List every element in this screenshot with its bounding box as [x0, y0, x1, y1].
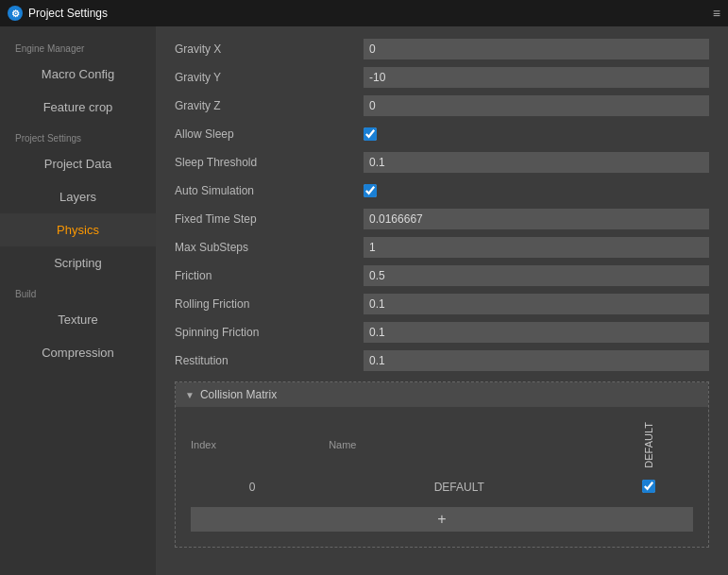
title-bar-left: ⚙ Project Settings	[8, 6, 108, 21]
title-bar: ⚙ Project Settings ≡	[0, 0, 728, 26]
prop-row-rolling-friction: Rolling Friction	[175, 293, 709, 315]
prop-input-gravity-z[interactable]	[364, 95, 709, 116]
matrix-checkbox-default[interactable]	[642, 480, 655, 493]
matrix-cell-index: 0	[183, 476, 321, 499]
engine-manager-label: Engine Manager	[0, 34, 156, 58]
menu-icon[interactable]: ≡	[713, 6, 720, 21]
prop-input-gravity-y[interactable]	[364, 67, 709, 88]
prop-input-rolling-friction[interactable]	[364, 294, 709, 314]
prop-row-fixed-time-step: Fixed Time Step	[175, 208, 709, 230]
prop-label-sleep-threshold: Sleep Threshold	[175, 156, 364, 169]
prop-input-spinning-friction[interactable]	[364, 322, 709, 343]
properties-container: Gravity XGravity YGravity ZAllow SleepSl…	[175, 38, 709, 372]
prop-input-friction[interactable]	[364, 265, 709, 286]
prop-checkbox-auto-simulation[interactable]	[364, 184, 377, 197]
col-name-header: Name	[321, 414, 597, 476]
collapse-arrow-icon: ▼	[185, 390, 195, 400]
prop-row-sleep-threshold: Sleep Threshold	[175, 151, 709, 174]
sidebar-item-texture[interactable]: Texture	[0, 303, 156, 336]
sidebar: Engine Manager Macro Config Feature crop…	[0, 26, 156, 575]
matrix-cell-name: DEFAULT	[321, 476, 597, 499]
prop-row-restitution: Restitution	[175, 349, 709, 372]
main-layout: Engine Manager Macro Config Feature crop…	[0, 26, 728, 575]
col-default-header: DEFAULT	[597, 414, 701, 476]
matrix-table: Index Name DEFAULT 0 DEFAULT	[183, 414, 701, 499]
content-area: Gravity XGravity YGravity ZAllow SleepSl…	[156, 26, 728, 575]
prop-label-restitution: Restitution	[175, 354, 364, 367]
prop-row-gravity-y: Gravity Y	[175, 66, 709, 89]
sidebar-item-scripting[interactable]: Scripting	[0, 246, 156, 279]
prop-label-gravity-z: Gravity Z	[175, 99, 364, 112]
prop-row-spinning-friction: Spinning Friction	[175, 321, 709, 344]
prop-label-friction: Friction	[175, 269, 364, 282]
prop-row-auto-simulation: Auto Simulation	[175, 179, 709, 202]
prop-row-gravity-z: Gravity Z	[175, 94, 709, 117]
window-title: Project Settings	[28, 7, 108, 20]
prop-label-max-substeps: Max SubSteps	[175, 241, 364, 254]
prop-input-gravity-x[interactable]	[364, 39, 709, 59]
prop-label-auto-simulation: Auto Simulation	[175, 184, 364, 197]
prop-row-friction: Friction	[175, 264, 709, 287]
prop-input-fixed-time-step[interactable]	[364, 209, 709, 229]
sidebar-item-compression[interactable]: Compression	[0, 336, 156, 369]
collision-matrix: ▼ Collision Matrix Index Name DEFAULT	[175, 381, 709, 548]
sidebar-item-physics[interactable]: Physics	[0, 213, 156, 246]
sidebar-item-layers[interactable]: Layers	[0, 180, 156, 213]
matrix-table-wrap: Index Name DEFAULT 0 DEFAULT	[176, 407, 708, 547]
sidebar-item-macro-config[interactable]: Macro Config	[0, 58, 156, 91]
prop-checkbox-wrap-allow-sleep	[364, 127, 377, 141]
collision-matrix-header[interactable]: ▼ Collision Matrix	[176, 382, 708, 407]
default-column-label: DEFAULT	[643, 418, 654, 472]
prop-label-rolling-friction: Rolling Friction	[175, 297, 364, 311]
matrix-row-0: 0 DEFAULT	[183, 476, 701, 499]
prop-checkbox-wrap-auto-simulation	[364, 184, 377, 197]
prop-input-restitution[interactable]	[364, 350, 709, 371]
prop-row-gravity-x: Gravity X	[175, 38, 709, 60]
prop-row-max-substeps: Max SubSteps	[175, 236, 709, 259]
matrix-cell-checkbox-wrap	[597, 476, 701, 499]
prop-row-allow-sleep: Allow Sleep	[175, 123, 709, 145]
prop-label-spinning-friction: Spinning Friction	[175, 326, 364, 339]
build-label: Build	[0, 279, 156, 303]
prop-input-sleep-threshold[interactable]	[364, 152, 709, 173]
add-layer-button[interactable]: +	[191, 507, 693, 532]
sidebar-item-feature-crop[interactable]: Feature crop	[0, 91, 156, 124]
prop-label-allow-sleep: Allow Sleep	[175, 127, 364, 141]
prop-checkbox-allow-sleep[interactable]	[364, 127, 377, 141]
prop-label-fixed-time-step: Fixed Time Step	[175, 212, 364, 226]
col-index-header: Index	[183, 414, 321, 476]
prop-label-gravity-x: Gravity X	[175, 42, 364, 56]
collision-matrix-title: Collision Matrix	[200, 388, 277, 401]
prop-input-max-substeps[interactable]	[364, 237, 709, 258]
sidebar-item-project-data[interactable]: Project Data	[0, 147, 156, 180]
app-icon: ⚙	[8, 6, 23, 21]
project-settings-label: Project Settings	[0, 124, 156, 147]
prop-label-gravity-y: Gravity Y	[175, 71, 364, 84]
